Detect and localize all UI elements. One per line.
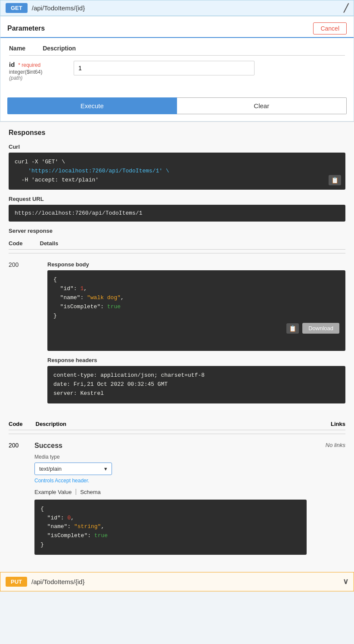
execute-button[interactable]: Execute bbox=[7, 97, 177, 114]
resp-desc-col: Description bbox=[23, 421, 331, 427]
response-200-row: 200 Response body { "id": 1, "name": "wa… bbox=[9, 257, 345, 413]
param-id-required: * required bbox=[18, 62, 40, 68]
resp-table-header: Code Description Links bbox=[9, 418, 345, 430]
example-value-tab[interactable]: Example Value bbox=[34, 488, 71, 496]
response-headers-label: Response headers bbox=[47, 357, 345, 363]
resp-code-col: Code bbox=[9, 421, 23, 427]
resp-200-links: No links bbox=[311, 442, 345, 448]
get-method-badge: GET bbox=[6, 3, 28, 13]
resp-body-id-comma: , bbox=[84, 285, 87, 292]
ex-id-pre: "id": bbox=[40, 515, 67, 521]
response-table-header: Code Details bbox=[9, 238, 345, 250]
response-headers-block: content-type: application/json; charset=… bbox=[47, 366, 345, 403]
resp-body-id-pre: "id": bbox=[53, 285, 80, 292]
param-id-input[interactable] bbox=[74, 61, 255, 75]
response-body-actions: 📋 Download bbox=[53, 323, 339, 334]
resp-body-brace-close: } bbox=[53, 313, 57, 319]
resp-body-brace-open: { bbox=[53, 276, 57, 283]
request-url-label: Request URL bbox=[9, 196, 345, 202]
curl-block: curl -X 'GET' \ 'https://localhost:7260/… bbox=[9, 153, 345, 190]
resp-200-desc-col: Success Media type text/plain ▾ Controls… bbox=[30, 442, 311, 561]
resp-200-code: 200 bbox=[9, 442, 30, 449]
header-line3: server: Kestrel bbox=[53, 390, 104, 397]
resp-body-name-str: "walk dog" bbox=[87, 294, 121, 301]
curl-line1: curl -X 'GET' \ bbox=[15, 159, 65, 165]
put-expand-icon[interactable]: ∨ bbox=[343, 577, 348, 586]
param-id-location: (path) bbox=[9, 75, 65, 81]
header-line2: date: Fri,21 Oct 2022 00:32:45 GMT bbox=[53, 381, 168, 388]
parameters-panel: Parameters Cancel Name Description id * … bbox=[0, 16, 354, 122]
ex-name-str: "string" bbox=[74, 523, 101, 530]
schema-tab[interactable]: Schema bbox=[80, 488, 101, 496]
ex-iscomplete-pre: "isComplete": bbox=[40, 532, 94, 539]
get-endpoint-path: /api/TodoItems/{id} bbox=[32, 4, 344, 12]
example-tabs: Example Value | Schema bbox=[34, 488, 307, 496]
ex-iscomplete-bool: true bbox=[94, 532, 108, 539]
resp-200-desc: Success bbox=[34, 442, 307, 450]
server-response-label: Server response bbox=[9, 228, 345, 234]
resp-links-col: Links bbox=[331, 421, 345, 427]
responses-section: Responses Curl curl -X 'GET' \ 'https://… bbox=[0, 122, 354, 572]
ex-name-comma: , bbox=[101, 523, 104, 530]
request-url-block: https://localhost:7260/api/TodoItems/1 bbox=[9, 205, 345, 222]
params-col-headers: Name Description bbox=[9, 45, 345, 56]
description-col-header: Description bbox=[43, 45, 76, 52]
curl-label: Curl bbox=[9, 144, 345, 150]
response-body-block: { "id": 1, "name": "walk dog", "isComple… bbox=[47, 270, 345, 351]
ex-id-comma: , bbox=[71, 515, 74, 521]
clear-button[interactable]: Clear bbox=[177, 97, 347, 114]
download-button[interactable]: Download bbox=[302, 323, 339, 334]
resp-body-name-comma: , bbox=[121, 294, 124, 301]
ex-name-pre: "name": bbox=[40, 523, 74, 530]
put-endpoint-footer: PUT /api/TodoItems/{id} ∨ bbox=[0, 572, 354, 591]
param-id-name-col: id * required integer($int64) (path) bbox=[9, 61, 65, 81]
response-details: Response body { "id": 1, "name": "walk d… bbox=[47, 261, 345, 409]
cancel-button[interactable]: Cancel bbox=[313, 22, 347, 34]
curl-line2: 'https://localhost:7260/api/TodoItems/1'… bbox=[15, 168, 169, 174]
param-id-label: id bbox=[9, 61, 15, 68]
example-value-block: { "id": 0, "name": "string", "isComplete… bbox=[34, 500, 307, 555]
curl-line3: -H 'accept: text/plain' bbox=[15, 177, 99, 183]
param-id-type: integer($int64) bbox=[9, 69, 65, 75]
details-col-label: Details bbox=[40, 240, 59, 247]
media-type-select[interactable]: text/plain ▾ bbox=[34, 463, 112, 475]
resp-body-iscomplete-bool: true bbox=[107, 303, 121, 310]
controls-hint: Controls Accept header. bbox=[34, 478, 307, 484]
media-type-value: text/plain bbox=[39, 466, 62, 472]
params-table: Name Description id * required integer($… bbox=[0, 38, 354, 93]
action-buttons: Execute Clear bbox=[7, 97, 347, 114]
responses-desc-section: Code Description Links 200 Success Media… bbox=[9, 418, 345, 565]
panel-title: Parameters bbox=[7, 25, 45, 32]
response-body-copy-button[interactable]: 📋 bbox=[286, 323, 299, 334]
code-col-label: Code bbox=[9, 240, 23, 247]
header-line1: content-type: application/json; charset=… bbox=[53, 372, 205, 378]
response-body-label: Response body bbox=[47, 261, 345, 268]
panel-header: Parameters Cancel bbox=[0, 16, 354, 38]
collapse-icon[interactable]: ╱ bbox=[344, 3, 348, 13]
ex-brace-close: } bbox=[40, 541, 44, 548]
put-method-badge: PUT bbox=[6, 577, 27, 587]
ex-brace-open: { bbox=[40, 506, 44, 512]
name-col-header: Name bbox=[9, 45, 25, 52]
resp-200-row: 200 Success Media type text/plain ▾ Cont… bbox=[9, 438, 345, 565]
param-id-row: id * required integer($int64) (path) bbox=[9, 56, 345, 86]
media-type-label: Media type bbox=[34, 454, 307, 460]
resp-body-iscomplete-pre: "isComplete": bbox=[53, 303, 107, 310]
responses-title: Responses bbox=[9, 129, 345, 137]
curl-copy-button[interactable]: 📋 bbox=[329, 175, 341, 185]
put-endpoint-path: /api/TodoItems/{id} bbox=[31, 578, 343, 585]
resp-body-name-pre: "name": bbox=[53, 294, 87, 301]
request-url-value: https://localhost:7260/api/TodoItems/1 bbox=[15, 210, 142, 216]
response-code-200: 200 bbox=[9, 261, 30, 268]
put-header[interactable]: PUT /api/TodoItems/{id} ∨ bbox=[0, 572, 354, 591]
get-endpoint-header[interactable]: GET /api/TodoItems/{id} ╱ bbox=[0, 0, 354, 16]
media-type-chevron: ▾ bbox=[104, 466, 107, 472]
